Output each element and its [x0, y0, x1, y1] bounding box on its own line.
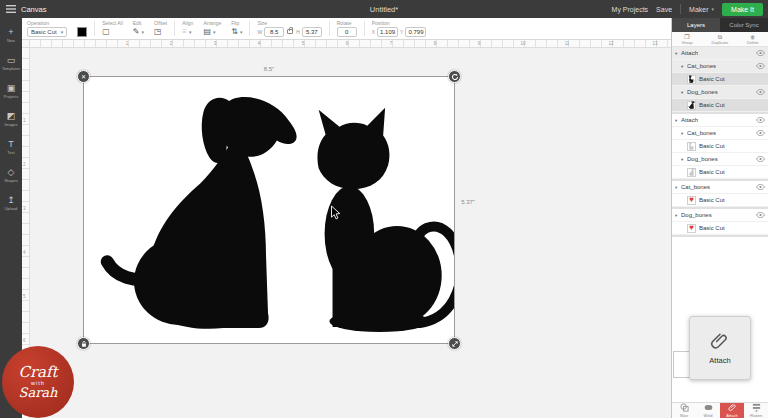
visibility-eye-icon[interactable]	[756, 63, 765, 69]
slice-button[interactable]: Slice	[672, 403, 696, 418]
visibility-eye-icon[interactable]	[756, 184, 765, 190]
document-title[interactable]: Untitled*	[370, 5, 398, 14]
flatten-button[interactable]: Flatten	[744, 403, 768, 418]
menu-icon[interactable]	[6, 5, 16, 13]
layer-group-cat-bones: Cat_bones ♥ Basic Cut	[672, 181, 768, 209]
heart-icon: ♥	[689, 196, 694, 204]
design-canvas[interactable]: 1 2 3 4 5 6 7 8 9 10 11 12 13 1 2 3 4 5 …	[22, 40, 671, 418]
basic-cut-row[interactable]: Basic Cut	[672, 140, 768, 153]
save-link[interactable]: Save	[656, 6, 672, 13]
slice-icon	[680, 403, 689, 412]
edit-toolbar: Operation Basic Cut Select All Edit ▾ Of…	[22, 18, 671, 40]
text-icon	[8, 139, 14, 149]
group-header-row[interactable]: Attach	[672, 47, 768, 60]
top-header: Canvas Untitled* My Projects Save Maker …	[0, 0, 768, 18]
height-input[interactable]: 5.37	[302, 27, 322, 37]
visibility-eye-icon[interactable]	[756, 117, 765, 123]
dog-and-cat-silhouettes	[84, 77, 454, 343]
basic-cut-row[interactable]: ♥ Basic Cut	[672, 194, 768, 207]
layer-row-dog-bones[interactable]: Dog_bones	[672, 86, 768, 99]
width-input[interactable]: 8.5	[264, 27, 284, 37]
edit-group: Edit ▾	[128, 18, 149, 39]
layer-list: Attach Cat_bones Basic Cut Dog_bones	[672, 47, 768, 402]
delete-handle[interactable]: ✕	[77, 70, 90, 83]
ruler-corner	[22, 40, 30, 48]
sidebar-item-projects[interactable]: Projects	[0, 77, 22, 105]
selection-height-label: 5.37"	[461, 199, 475, 205]
attach-button[interactable]: Attach	[720, 403, 744, 418]
tab-layers[interactable]: Layers	[672, 18, 720, 32]
flip-icon	[231, 27, 238, 36]
lock-handle[interactable]	[77, 337, 90, 350]
new-icon	[8, 27, 13, 37]
tab-color-sync[interactable]: Color Sync	[720, 18, 768, 32]
group-header-row[interactable]: Dog_bones	[672, 209, 768, 222]
rotate-input[interactable]: 0	[337, 27, 357, 37]
visibility-eye-icon[interactable]	[756, 89, 765, 95]
toolbar-divider	[329, 21, 330, 36]
group-button[interactable]: Group	[681, 34, 692, 45]
color-swatch[interactable]	[77, 27, 87, 37]
my-projects-link[interactable]: My Projects	[612, 6, 649, 13]
rotate-handle[interactable]	[448, 70, 461, 83]
aspect-lock-icon[interactable]	[287, 29, 293, 34]
cat-thumbnail	[687, 142, 696, 151]
size-group: Size W 8.5 H 5.37	[252, 18, 326, 39]
layer-row-cat-bones[interactable]: Cat_bones	[672, 60, 768, 73]
visibility-eye-icon[interactable]	[756, 212, 765, 218]
heart-thumbnail: ♥	[687, 196, 696, 205]
duplicate-button[interactable]: Duplicate	[711, 34, 728, 45]
attach-icon	[728, 403, 737, 412]
sidebar-item-templates[interactable]: Templates	[0, 49, 22, 77]
projects-icon	[7, 83, 16, 93]
resize-icon	[451, 340, 459, 348]
operation-group: Operation Basic Cut	[22, 18, 72, 39]
basic-cut-row[interactable]: Basic Cut	[672, 166, 768, 179]
layer-row-dog-bones[interactable]: Dog_bones	[672, 153, 768, 166]
offset-button[interactable]	[154, 26, 162, 38]
basic-cut-row[interactable]: ♥ Basic Cut	[672, 222, 768, 235]
select-all-group: Select All	[97, 18, 128, 39]
sidebar-item-new[interactable]: New	[0, 21, 22, 49]
selection-bounding-box[interactable]: 8.5" 5.37" ✕	[83, 76, 455, 344]
align-icon	[182, 27, 187, 36]
make-it-button[interactable]: Make It	[722, 3, 763, 16]
sidebar-item-text[interactable]: Text	[0, 133, 22, 161]
visibility-eye-icon[interactable]	[756, 156, 765, 162]
flip-group: Flip ▾	[226, 18, 247, 39]
toolbar-divider	[364, 21, 365, 36]
rotate-icon	[451, 73, 459, 81]
align-dropdown[interactable]: ▾	[182, 26, 191, 38]
offset-icon	[154, 27, 162, 36]
group-header-row[interactable]: Cat_bones	[672, 181, 768, 194]
cat-silhouette	[317, 108, 454, 332]
weld-button[interactable]: Weld	[696, 403, 720, 418]
weld-icon	[704, 403, 713, 412]
sidebar-item-upload[interactable]: Upload	[0, 189, 22, 217]
basic-cut-row[interactable]: Basic Cut	[672, 73, 768, 86]
position-x-input[interactable]: 1.109	[377, 27, 398, 37]
rotate-group: Rotate 0	[332, 18, 362, 39]
arrange-icon	[203, 27, 211, 36]
select-all-button[interactable]	[102, 27, 110, 36]
group-header-row[interactable]: Attach	[672, 114, 768, 127]
sidebar-item-shapes[interactable]: Shapes	[0, 161, 22, 189]
paperclip-icon	[710, 331, 730, 351]
resize-handle[interactable]	[448, 337, 461, 350]
machine-select[interactable]: Maker	[689, 6, 714, 13]
shapes-icon	[8, 167, 15, 177]
position-y-input[interactable]: 0.799	[405, 27, 426, 37]
visibility-eye-icon[interactable]	[756, 50, 765, 56]
operation-dropdown[interactable]: Basic Cut	[27, 27, 67, 37]
basic-cut-row[interactable]: Basic Cut	[672, 99, 768, 112]
arrange-dropdown[interactable]: ▾	[203, 26, 215, 38]
cat-thumbnail	[687, 75, 696, 84]
delete-button[interactable]: Delete	[747, 34, 759, 45]
edit-dropdown[interactable]: ▾	[133, 26, 144, 38]
flip-dropdown[interactable]: ▾	[231, 26, 242, 38]
sidebar-item-images[interactable]: Images	[0, 105, 22, 133]
visibility-eye-icon[interactable]	[756, 130, 765, 136]
layer-group-dog-bones: Dog_bones ♥ Basic Cut	[672, 209, 768, 237]
craft-with-sarah-logo: Craft with Sarah	[2, 346, 74, 418]
layer-row-cat-bones[interactable]: Cat_bones	[672, 127, 768, 140]
